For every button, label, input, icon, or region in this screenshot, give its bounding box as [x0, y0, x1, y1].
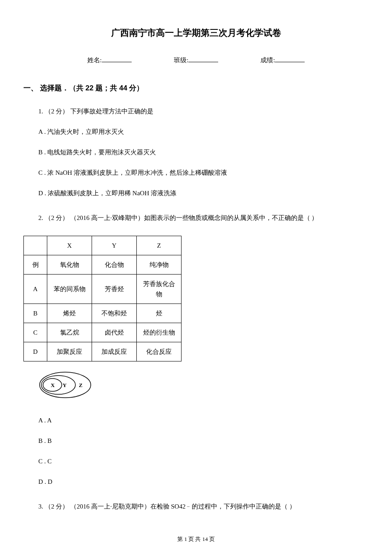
table-row: C 氯乙烷 卤代烃 烃的衍生物	[24, 323, 182, 342]
class-label: 班级:	[174, 55, 188, 65]
question-2-options: A . A B . B C . C D . D	[38, 413, 369, 489]
table-cell: C	[24, 323, 47, 342]
q2-option-d: D . D	[38, 475, 369, 489]
table-header-row: X Y Z	[24, 236, 182, 255]
table-cell: 苯的同系物	[47, 274, 92, 304]
question-3: 3. （2 分） （2016 高一上·尼勒克期中）在检验 SO42﹣的过程中，下…	[38, 500, 369, 514]
q1-option-b: B . 电线短路失火时，要用泡沫灭火器灭火	[38, 145, 369, 159]
q3-source: （2016 高一上·尼勒克期中）	[70, 503, 150, 510]
table-header-blank	[24, 236, 47, 255]
diagram-label-y: Y	[63, 382, 67, 388]
q1-option-a: A . 汽油失火时，立即用水灭火	[38, 125, 369, 139]
q1-text: 下列事故处理方法中正确的是	[70, 108, 153, 115]
class-blank[interactable]	[188, 56, 218, 62]
q1-option-d: D . 浓硫酸溅到皮肤上，立即用稀 NaOH 溶液洗涤	[38, 186, 369, 200]
q2-option-a: A . A	[38, 413, 369, 428]
table-cell: A	[24, 274, 47, 304]
section-1-header: 一、 选择题．（共 22 题；共 44 分）	[23, 82, 369, 94]
q2-text: 如图表示的一些物质或概念间的从属关系中，不正确的是（ ）	[144, 214, 318, 221]
table-cell: 纯净物	[137, 255, 182, 274]
table-row: B 烯烃 不饱和烃 烃	[24, 304, 182, 323]
table-cell: 加聚反应	[47, 342, 92, 361]
name-label: 姓名:	[87, 55, 102, 65]
page-footer: 第 1 页 共 14 页	[23, 535, 369, 544]
table-row: A 苯的同系物 芳香烃 芳香族化合物	[24, 274, 182, 304]
table-cell: D	[24, 342, 47, 361]
table-cell: 芳香族化合物	[137, 274, 182, 304]
score-blank[interactable]	[275, 56, 305, 62]
q2-option-c: C . C	[38, 454, 369, 468]
q2-stem: 2. （2 分） （2016 高一上·双峰期中）如图表示的一些物质或概念间的从属…	[38, 211, 369, 225]
q1-option-c: C . 浓 NaOH 溶液溅到皮肤上，立即用水冲洗，然后涂上稀硼酸溶液	[38, 166, 369, 180]
table-cell: 化合反应	[137, 342, 182, 361]
table-cell: 卤代烃	[92, 323, 137, 342]
q3-stem: 3. （2 分） （2016 高一上·尼勒克期中）在检验 SO42﹣的过程中，下…	[38, 500, 369, 514]
table-header-z: Z	[137, 236, 182, 255]
name-field: 姓名:	[87, 55, 132, 65]
table-cell: 加成反应	[92, 342, 137, 361]
diagram-label-x: X	[51, 382, 55, 388]
score-label: 成绩:	[260, 55, 275, 65]
q3-prefix: 3. （2 分）	[38, 503, 70, 510]
diagram-label-z: Z	[79, 382, 83, 388]
name-blank[interactable]	[102, 56, 132, 62]
q2-source: （2016 高一上·双峰期中）	[70, 214, 144, 221]
score-field: 成绩:	[260, 55, 305, 65]
table-cell: 烃的衍生物	[137, 323, 182, 342]
question-1: 1. （2 分） 下列事故处理方法中正确的是 A . 汽油失火时，立即用水灭火 …	[38, 104, 369, 200]
table-row: D 加聚反应 加成反应 化合反应	[24, 342, 182, 361]
page-title: 广西南宁市高一上学期第三次月考化学试卷	[23, 26, 369, 40]
table-row: 例 氧化物 化合物 纯净物	[24, 255, 182, 274]
table-cell: 氧化物	[47, 255, 92, 274]
table-cell: 烯烃	[47, 304, 92, 323]
table-cell: 例	[24, 255, 47, 274]
q3-text: 在检验 SO42﹣的过程中，下列操作中正确的是（ ）	[150, 503, 296, 510]
table-cell: 不饱和烃	[92, 304, 137, 323]
q2-option-b: B . B	[38, 434, 369, 448]
table-cell: 化合物	[92, 255, 137, 274]
q2-table: X Y Z 例 氧化物 化合物 纯净物 A 苯的同系物 芳香烃 芳香族化合物 B…	[23, 236, 182, 361]
svg-point-1	[41, 376, 75, 394]
class-field: 班级:	[174, 55, 218, 65]
q2-prefix: 2. （2 分）	[38, 214, 70, 221]
question-2: 2. （2 分） （2016 高一上·双峰期中）如图表示的一些物质或概念间的从属…	[38, 211, 369, 225]
table-cell: 氯乙烷	[47, 323, 92, 342]
q1-stem: 1. （2 分） 下列事故处理方法中正确的是	[38, 104, 369, 119]
venn-svg-icon: X Y Z	[36, 370, 96, 400]
table-header-x: X	[47, 236, 92, 255]
q1-prefix: 1. （2 分）	[38, 108, 70, 115]
venn-diagram: X Y Z	[36, 370, 369, 403]
table-cell: B	[24, 304, 47, 323]
table-cell: 芳香烃	[92, 274, 137, 304]
student-info-row: 姓名: 班级: 成绩:	[23, 55, 369, 65]
table-cell: 烃	[137, 304, 182, 323]
table-header-y: Y	[92, 236, 137, 255]
